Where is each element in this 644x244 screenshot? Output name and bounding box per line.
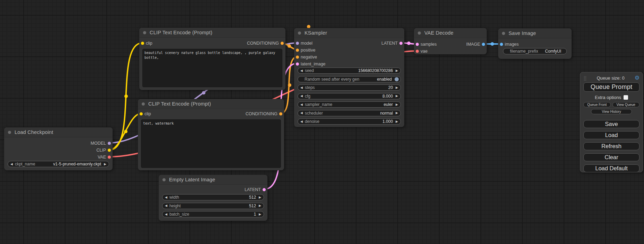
decrement-arrow-icon[interactable]: ◀	[165, 204, 167, 207]
decrement-arrow-icon[interactable]: ◀	[300, 94, 303, 98]
negative-prompt-textarea[interactable]: text, watermark	[141, 119, 281, 168]
widget-value: 1	[254, 212, 256, 217]
decrement-arrow-icon[interactable]: ◀	[300, 103, 303, 106]
vae-input-port[interactable]	[416, 50, 419, 53]
positive-input-port[interactable]	[296, 49, 299, 52]
collapse-dot[interactable]	[298, 31, 301, 35]
image-output-port[interactable]	[482, 43, 485, 46]
queue-prompt-button[interactable]: Queue Prompt	[583, 82, 639, 92]
collapse-dot[interactable]	[162, 178, 166, 181]
node-header[interactable]: CLIP Text Encode (Prompt)	[138, 99, 284, 109]
slot-row: vae	[414, 48, 487, 55]
node-graph-canvas[interactable]: Load Checkpoint MODEL CLIP VAE ◀ ckpt_na…	[0, 0, 644, 244]
node-empty-latent-image[interactable]: Empty Latent Image LATENT ◀ width 512 ▶ …	[159, 175, 267, 221]
sampler-name-widget[interactable]: ◀ sampler_name euler ▶	[298, 101, 401, 108]
refresh-button[interactable]: Refresh	[583, 142, 639, 150]
increment-arrow-icon[interactable]: ▶	[259, 196, 261, 199]
view-queue-button[interactable]: View Queue	[612, 102, 640, 107]
node-clip-text-encode-positive[interactable]: CLIP Text Encode (Prompt) clip CONDITION…	[139, 28, 285, 90]
samples-input-port[interactable]	[416, 43, 419, 46]
node-ksampler[interactable]: KSampler model LATENT positive negative …	[294, 28, 404, 127]
collapse-dot[interactable]	[8, 131, 11, 134]
decrement-arrow-icon[interactable]: ◀	[300, 86, 303, 89]
latent-image-input-port[interactable]	[296, 63, 299, 66]
clip-input-label: clip	[146, 41, 152, 46]
negative-input-port[interactable]	[296, 56, 299, 59]
toggle-dot-icon[interactable]	[395, 77, 399, 81]
increment-arrow-icon[interactable]: ▶	[396, 94, 398, 98]
collapse-dot[interactable]	[418, 31, 421, 35]
increment-arrow-icon[interactable]: ▶	[259, 204, 261, 207]
extra-options-label: Extra options	[595, 95, 621, 100]
widget-value: ComfyUI	[545, 49, 561, 54]
link-midpoint-dot	[407, 42, 411, 45]
queue-menu-panel[interactable]: ⣿ Queue size: 0 ⚙ Queue Prompt Extra opt…	[580, 72, 643, 172]
images-input-port[interactable]	[500, 43, 503, 46]
link-midpoint-dot	[491, 42, 494, 46]
ckpt-name-widget[interactable]: ◀ ckpt_name v1-5-pruned-emaonly.ckpt ▶	[8, 161, 109, 167]
queue-front-button[interactable]: Queue Front	[583, 102, 611, 107]
node-save-image[interactable]: Save Image images filename_prefix ComfyU…	[498, 28, 572, 59]
increment-arrow-icon[interactable]: ▶	[396, 86, 398, 89]
model-input-port[interactable]	[296, 42, 299, 45]
images-input-label: images	[505, 42, 519, 47]
node-load-checkpoint[interactable]: Load Checkpoint MODEL CLIP VAE ◀ ckpt_na…	[4, 127, 113, 170]
cfg-widget[interactable]: ◀ cfg 8.000 ▶	[298, 93, 401, 99]
drag-handle-icon[interactable]: ⣿	[583, 76, 587, 80]
node-header[interactable]: KSampler	[294, 28, 404, 38]
node-header[interactable]: CLIP Text Encode (Prompt)	[139, 28, 285, 38]
widget-label: cfg	[305, 94, 310, 99]
increment-arrow-icon[interactable]: ▶	[104, 163, 106, 166]
model-output-port[interactable]	[108, 142, 111, 145]
denoise-widget[interactable]: ◀ denoise 1.000 ▶	[298, 118, 401, 125]
load-button[interactable]: Load	[583, 131, 639, 139]
node-vae-decode[interactable]: VAE Decode samples IMAGE vae	[414, 28, 487, 54]
save-button[interactable]: Save	[583, 120, 639, 128]
decrement-arrow-icon[interactable]: ◀	[10, 163, 13, 166]
queue-size-label: Queue size: 0	[587, 75, 635, 81]
clip-input-port[interactable]	[141, 42, 144, 45]
latent-output-port[interactable]	[399, 42, 403, 45]
seed-widget[interactable]: ◀ seed 156680208700286 ▶	[298, 67, 401, 74]
collapse-dot[interactable]	[502, 32, 505, 35]
latent-output-label: LATENT	[245, 187, 261, 192]
node-header[interactable]: Empty Latent Image	[159, 175, 267, 185]
node-header[interactable]: Load Checkpoint	[4, 127, 113, 137]
increment-arrow-icon[interactable]: ▶	[259, 213, 261, 216]
node-header[interactable]: Save Image	[498, 28, 572, 38]
steps-widget[interactable]: ◀ steps 20 ▶	[298, 84, 401, 91]
model-input-label: model	[301, 41, 312, 46]
clip-output-port[interactable]	[108, 149, 111, 152]
decrement-arrow-icon[interactable]: ◀	[165, 213, 167, 216]
decrement-arrow-icon[interactable]: ◀	[300, 120, 303, 123]
load-default-button[interactable]: Load Default	[583, 164, 639, 172]
random-seed-toggle-widget[interactable]: Random seed after every gen enabled	[298, 76, 401, 82]
conditioning-output-port[interactable]	[281, 42, 284, 45]
settings-gear-icon[interactable]: ⚙	[635, 75, 639, 81]
latent-output-port[interactable]	[263, 188, 266, 191]
increment-arrow-icon[interactable]: ▶	[396, 120, 398, 123]
node-title: CLIP Text Encode (Prompt)	[150, 30, 212, 35]
height-widget[interactable]: ◀ height 512 ▶	[162, 203, 264, 209]
extra-options-checkbox[interactable]	[624, 95, 628, 100]
increment-arrow-icon[interactable]: ▶	[396, 69, 398, 72]
decrement-arrow-icon[interactable]: ◀	[300, 69, 303, 72]
node-header[interactable]: VAE Decode	[414, 28, 487, 38]
decrement-arrow-icon[interactable]: ◀	[165, 196, 167, 199]
scheduler-widget[interactable]: ◀ scheduler normal ▶	[298, 110, 401, 116]
vae-output-port[interactable]	[108, 156, 111, 159]
increment-arrow-icon[interactable]: ▶	[396, 103, 398, 106]
collapse-dot[interactable]	[142, 102, 145, 106]
width-widget[interactable]: ◀ width 512 ▶	[162, 194, 264, 200]
filename-prefix-widget[interactable]: filename_prefix ComfyUI	[503, 48, 567, 54]
view-history-button[interactable]: View History	[591, 109, 632, 114]
decrement-arrow-icon[interactable]: ◀	[300, 111, 303, 115]
positive-prompt-textarea[interactable]: beautiful scenery nature glass bottle la…	[142, 49, 282, 87]
conditioning-output-port[interactable]	[279, 112, 282, 116]
batch-size-widget[interactable]: ◀ batch_size 1 ▶	[162, 211, 264, 217]
clear-button[interactable]: Clear	[583, 153, 639, 161]
clip-input-port[interactable]	[140, 112, 143, 116]
collapse-dot[interactable]	[143, 31, 146, 34]
increment-arrow-icon[interactable]: ▶	[396, 111, 398, 115]
node-clip-text-encode-negative[interactable]: CLIP Text Encode (Prompt) clip CONDITION…	[138, 99, 284, 170]
